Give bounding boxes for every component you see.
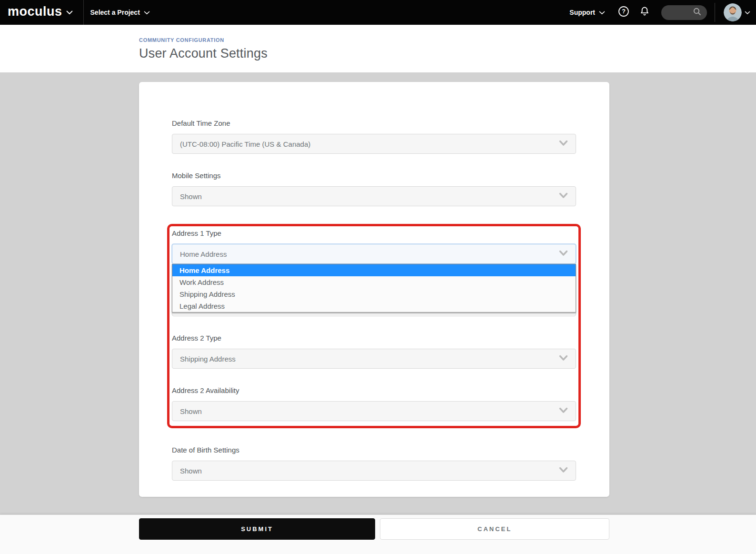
chevron-down-icon [559,466,568,475]
page-header: COMMUNITY CONFIGURATION User Account Set… [0,25,756,72]
help-button[interactable]: ? [615,3,633,21]
cancel-button[interactable]: CANCEL [380,518,609,540]
question-circle-icon: ? [618,6,629,19]
chevron-down-icon [144,9,150,16]
project-selector[interactable]: Select a Project [84,9,157,16]
avatar [724,3,742,21]
submit-button[interactable]: SUBMIT [139,518,375,540]
select-value: Shown [180,407,202,415]
field-label: Address 1 Type [172,229,576,238]
bell-icon [639,6,650,19]
field-address-1-type: Address 1 Type Home Address Home Address… [172,229,576,264]
mobile-settings-select[interactable]: Shown [172,186,576,206]
address-2-type-select[interactable]: Shipping Address [172,349,576,369]
select-value: Home Address [180,250,227,258]
chevron-down-icon [559,407,568,415]
dropdown-option-legal-address[interactable]: Legal Address [172,300,576,312]
highlight-box: Address 1 Type Home Address Home Address… [167,224,581,428]
field-label: Address 2 Type [172,334,576,342]
dropdown-option-home-address[interactable]: Home Address [172,264,576,276]
user-menu[interactable] [718,3,752,21]
logo: moculus [8,5,62,20]
search-bar[interactable] [661,5,707,20]
search-icon[interactable] [693,7,701,18]
settings-card: Default Time Zone (UTC-08:00) Pacific Ti… [139,82,609,497]
chevron-down-icon [559,250,568,258]
field-date-of-birth-settings: Date of Birth Settings Shown [172,446,576,481]
field-address-2-type: Address 2 Type Shipping Address [172,334,576,369]
chevron-down-icon [745,8,750,17]
field-address-2-availability: Address 2 Availability Shown [172,386,576,421]
field-label: Default Time Zone [172,119,576,128]
header-divider [715,3,715,22]
field-label: Date of Birth Settings [172,446,576,454]
date-of-birth-settings-select[interactable]: Shown [172,461,576,481]
page-title: User Account Settings [139,46,756,61]
action-bar: SUBMIT CANCEL [0,514,756,554]
field-label: Mobile Settings [172,171,576,180]
field-default-time-zone: Default Time Zone (UTC-08:00) Pacific Ti… [172,119,576,154]
address-2-availability-select[interactable]: Shown [172,401,576,421]
project-selector-label: Select a Project [90,9,140,16]
chevron-down-icon [559,140,568,148]
select-value: Shown [180,192,202,201]
default-time-zone-select[interactable]: (UTC-08:00) Pacific Time (US & Canada) [172,134,576,154]
address-1-type-dropdown: Home Address Work Address Shipping Addre… [172,264,576,312]
breadcrumb: COMMUNITY CONFIGURATION [139,37,756,43]
chevron-down-icon [599,9,605,16]
address-1-type-select[interactable]: Home Address [172,244,576,264]
app-header: moculus Select a Project Support ? [0,0,756,25]
search-input[interactable] [668,9,693,16]
chevron-down-icon [559,192,568,201]
field-label: Address 2 Availability [172,386,576,395]
dropdown-option-work-address[interactable]: Work Address [172,276,576,288]
chevron-down-icon [559,354,568,363]
select-value: (UTC-08:00) Pacific Time (US & Canada) [180,140,310,148]
main-content: Default Time Zone (UTC-08:00) Pacific Ti… [0,72,756,514]
svg-text:?: ? [622,8,626,15]
select-value: Shown [180,467,202,475]
logo-menu[interactable]: moculus [0,0,83,25]
support-label: Support [569,9,595,16]
dropdown-option-shipping-address[interactable]: Shipping Address [172,288,576,300]
notifications-button[interactable] [636,3,654,21]
support-menu[interactable]: Support [563,9,612,16]
field-mobile-settings: Mobile Settings Shown [172,171,576,206]
chevron-down-icon [66,8,73,17]
select-value: Shipping Address [180,355,236,363]
